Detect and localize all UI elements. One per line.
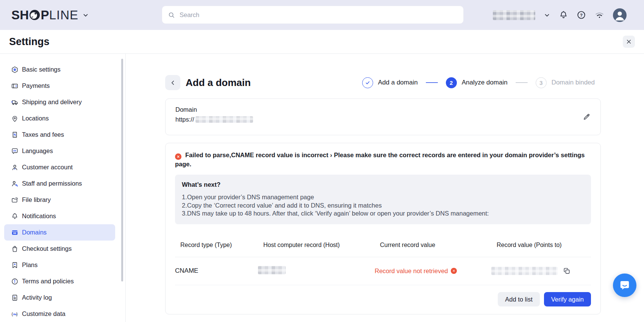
topbar-right-cluster: ? (493, 0, 627, 30)
activity-log-icon (11, 294, 19, 302)
shopline-logo-text: SHPLINE (11, 8, 78, 22)
customize-data-icon: {}Aa (11, 310, 19, 318)
action-buttons: Add to list Verify again (175, 292, 591, 306)
sidebar-item-label: Locations (22, 115, 49, 122)
chat-bubble-icon (619, 279, 631, 291)
search-bar[interactable] (162, 6, 464, 24)
close-button[interactable] (623, 36, 635, 48)
sidebar-item-languages[interactable]: EN Languages (4, 143, 115, 159)
sidebar-item-domains[interactable]: Domains (4, 224, 115, 241)
sidebar-item-shipping[interactable]: Shipping and delivery (4, 94, 115, 110)
sidebar-item-label: Checkout settings (22, 245, 72, 252)
wifi-icon[interactable] (594, 10, 605, 20)
svg-text:Aa: Aa (13, 313, 17, 316)
file-library-icon (11, 196, 19, 204)
column-header: Record value (Points to) (497, 242, 591, 257)
step3-label: Domain binded (552, 79, 595, 86)
record-type-cell: CNAME (175, 267, 258, 275)
sidebar-item-customize-data[interactable]: {}Aa Customize data (4, 306, 115, 322)
step1-check-icon (362, 77, 373, 88)
customer-account-icon (11, 164, 19, 171)
checkout-settings-icon (11, 245, 19, 253)
sidebar-item-terms-policies[interactable]: Terms and policies (4, 273, 115, 289)
sidebar-item-notifications[interactable]: Notifications (4, 208, 115, 224)
whats-next-step: 3.DNS may take up to 48 hours. After tha… (182, 209, 584, 218)
page-head: Add a domain Add a domain 2 Analyze doma… (165, 75, 601, 90)
domain-label: Domain (175, 106, 591, 113)
sidebar-item-checkout-settings[interactable]: Checkout settings (4, 241, 115, 257)
copy-icon[interactable] (563, 267, 571, 275)
edit-domain-icon[interactable] (583, 113, 591, 121)
sidebar-item-plans[interactable]: Plans (4, 257, 115, 273)
plans-icon (11, 261, 19, 269)
back-button[interactable] (165, 75, 180, 90)
error-circle-x-icon (175, 153, 181, 160)
settings-header: Settings (0, 30, 644, 54)
avatar-icon[interactable] (613, 8, 627, 22)
column-header: Record type (Type) (180, 242, 263, 257)
shopline-admin: { "colors": { "topbar_bg": "#e7e8f4", "p… (0, 0, 644, 322)
notifications-icon (11, 213, 19, 220)
domain-value: https:// (175, 116, 591, 123)
host-record-redacted (258, 266, 286, 274)
add-to-list-button[interactable]: Add to list (498, 292, 539, 306)
help-icon[interactable]: ? (577, 10, 586, 20)
sidebar-item-label: Basic settings (22, 66, 61, 73)
sidebar-item-label: Terms and policies (22, 278, 74, 285)
error-text: Failed to parse,CNAME record value is in… (175, 152, 585, 167)
sidebar-item-file-library[interactable]: File library (4, 192, 115, 208)
whats-next-step: 1.Open your provider’s DNS management pa… (182, 193, 584, 202)
add-domain-title: Add a domain (186, 77, 251, 89)
stepper: Add a domain 2 Analyze domain 3 Domain b… (362, 77, 595, 88)
sidebar-item-staff-permissions[interactable]: Staff and permissions (4, 175, 115, 192)
whats-next-title: What’s next? (182, 181, 584, 188)
sidebar-item-activity-log[interactable]: Activity log (4, 289, 115, 306)
step2-circle: 2 (446, 77, 457, 88)
basic-settings-icon (11, 66, 19, 73)
step2-label: Analyze domain (462, 79, 508, 86)
terms-policies-icon (11, 278, 19, 285)
store-name-redacted (493, 10, 535, 20)
verify-again-button[interactable]: Verify again (544, 292, 591, 306)
sidebar-item-locations[interactable]: Locations (4, 110, 115, 127)
stepper-connector-done (426, 82, 438, 83)
bell-icon[interactable] (559, 10, 568, 20)
shopline-logo-o-icon (29, 9, 40, 20)
store-chevron-down-icon[interactable] (544, 12, 550, 19)
verification-result-card: Failed to parse,CNAME record value is in… (165, 143, 601, 314)
search-input[interactable] (179, 11, 458, 19)
stepper-connector-pending (516, 82, 528, 83)
step1-label: Add a domain (378, 79, 418, 86)
search-icon (168, 11, 175, 19)
sidebar-item-label: File library (22, 196, 51, 203)
sidebar-item-label: Plans (22, 261, 38, 269)
svg-text:?: ? (580, 13, 583, 17)
domain-url-prefix: https:// (175, 116, 194, 123)
locations-icon (11, 115, 19, 122)
sidebar-item-basic-settings[interactable]: Basic settings (4, 61, 115, 78)
domain-name-redacted (195, 116, 253, 123)
staff-permissions-icon (11, 180, 19, 188)
record-status-text: Record value not retrieved (375, 267, 448, 275)
dns-table-header: Record type (Type) Host computer record … (175, 242, 591, 257)
column-header: Current record value (380, 242, 497, 257)
points-to-cell (491, 267, 591, 275)
chevron-left-icon (170, 80, 176, 86)
host-record-cell (258, 266, 375, 276)
record-value-redacted (491, 267, 558, 275)
sidebar-item-payments[interactable]: Payments (4, 78, 115, 94)
domains-icon (11, 229, 19, 236)
shipping-icon (11, 98, 19, 106)
svg-text:{: { (11, 311, 13, 316)
shopline-logo[interactable]: SHPLINE (11, 0, 89, 30)
sidebar-item-customer-account[interactable]: Customer account (4, 159, 115, 175)
chat-support-button[interactable] (613, 274, 636, 297)
domain-card: Domain https:// (165, 98, 601, 135)
sidebar-item-label: Activity log (22, 294, 52, 301)
column-header: Host computer record (Host) (263, 242, 380, 257)
settings-panel: Settings Basic settings Payments Shippin… (0, 30, 644, 322)
status-error-icon (451, 268, 457, 274)
sidebar-item-taxes[interactable]: Taxes and fees (4, 127, 115, 143)
logo-chevron-down-icon[interactable] (82, 12, 89, 19)
sidebar-item-label: Languages (22, 147, 53, 155)
